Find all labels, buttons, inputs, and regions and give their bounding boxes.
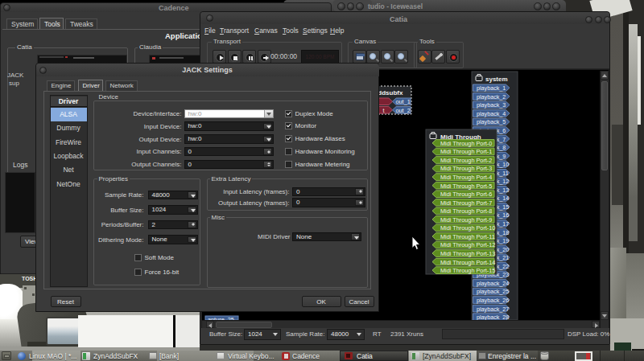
svg-text:Midi Through Port-4: Midi Through Port-4 xyxy=(440,174,492,181)
svg-text:playback_26: playback_26 xyxy=(477,297,509,304)
svg-text:Midi Through Port-7: Midi Through Port-7 xyxy=(440,199,492,207)
svg-text:playback_24: playback_24 xyxy=(477,280,509,287)
svg-text:Midi Through Port-11: Midi Through Port-11 xyxy=(440,233,495,240)
svg-text:playback_25: playback_25 xyxy=(477,288,509,295)
svg-text:playback_4: playback_4 xyxy=(477,110,506,117)
svg-text:Midi Through Port-3: Midi Through Port-3 xyxy=(440,165,492,172)
svg-text:Midi Through Port-12: Midi Through Port-12 xyxy=(440,241,495,248)
svg-text:Midi Through Port-1: Midi Through Port-1 xyxy=(440,148,492,155)
svg-text:Midi Through Port-5: Midi Through Port-5 xyxy=(440,183,492,190)
svg-text:Midi Through Port-15: Midi Through Port-15 xyxy=(440,267,495,274)
svg-text:t: t xyxy=(383,107,385,114)
svg-text:Midi Through Port-14: Midi Through Port-14 xyxy=(440,259,495,266)
svg-text:Midi Through Port-10: Midi Through Port-10 xyxy=(440,224,495,232)
svg-text:Midi Through Port-2: Midi Through Port-2 xyxy=(440,157,492,164)
svg-text:playback_27: playback_27 xyxy=(477,306,509,313)
svg-text:Midi Through Port-8: Midi Through Port-8 xyxy=(440,207,492,215)
svg-text:out_2: out_2 xyxy=(396,107,411,114)
svg-text:playback_3: playback_3 xyxy=(477,101,506,109)
svg-text:Midi Through Port-13: Midi Through Port-13 xyxy=(440,250,495,257)
svg-text:system: system xyxy=(485,76,508,83)
svg-text:playback_28: playback_28 xyxy=(477,314,509,320)
svg-text:Midi Through Port-6: Midi Through Port-6 xyxy=(440,191,492,198)
svg-text:playback_1: playback_1 xyxy=(477,84,506,92)
svg-text:playback_5: playback_5 xyxy=(477,118,506,125)
svg-text:out_1: out_1 xyxy=(396,98,411,105)
svg-text:playback_2: playback_2 xyxy=(477,93,506,101)
svg-text:Midi Through Port-0: Midi Through Port-0 xyxy=(440,140,492,147)
svg-text:Midi Through Port-9: Midi Through Port-9 xyxy=(440,216,492,224)
